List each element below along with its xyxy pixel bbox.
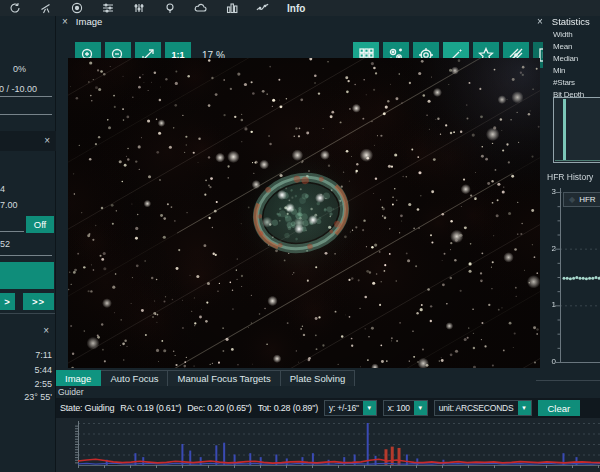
fast-forward-button[interactable]: >> xyxy=(23,293,54,310)
image-panel: × Image 1:1 17 % Image Auto Focus Manual… xyxy=(56,16,543,386)
guider-state-bar: State: Guiding RA: 0.19 (0.61") Dec: 0.2… xyxy=(56,398,600,418)
image-panel-header: × Image xyxy=(62,16,102,27)
close-icon[interactable]: × xyxy=(62,17,68,27)
guider-graph xyxy=(56,418,600,472)
cooler-percent: 0% xyxy=(13,64,26,74)
close-icon[interactable]: × xyxy=(537,17,543,27)
tab-image[interactable]: Image xyxy=(56,370,101,386)
left-sidebar: 0% 00 / -10.00 × 4 7.00 Off 52 > >> × 7:… xyxy=(0,16,56,472)
diamond-marker-icon: ◆ xyxy=(569,195,575,204)
panel-title: Image xyxy=(76,16,102,27)
statistics-panel: × Statistics Width4144 Mean1974 Median19… xyxy=(536,16,600,386)
switch-icon[interactable] xyxy=(256,2,269,15)
guider-tot: Tot: 0.28 (0.89") xyxy=(258,403,318,413)
flat-panel-icon[interactable] xyxy=(163,2,176,15)
close-icon[interactable]: × xyxy=(44,136,50,146)
x-scale-dropdown[interactable]: x: 100▾ xyxy=(383,400,428,416)
step-forward-button[interactable]: > xyxy=(0,293,15,310)
statistics-header: × Statistics xyxy=(537,16,590,27)
value-fragment: 7.00 xyxy=(0,200,18,210)
histogram xyxy=(553,97,600,163)
hfr-legend: ◆ HFR xyxy=(563,192,600,207)
panel-divider xyxy=(536,380,600,381)
input-underline[interactable] xyxy=(0,231,24,232)
tab-plate-solving[interactable]: Plate Solving xyxy=(281,370,355,386)
close-icon[interactable]: × xyxy=(43,326,49,336)
guider-state: State: Guiding xyxy=(60,403,114,413)
histogram-baseline xyxy=(555,160,600,161)
hfr-history-chart xyxy=(536,178,600,378)
histogram-spike xyxy=(563,99,566,161)
sync-icon[interactable] xyxy=(8,2,21,15)
focuser-icon[interactable] xyxy=(132,2,145,15)
guider-section: Guider State: Guiding RA: 0.19 (0.61") D… xyxy=(56,386,600,472)
telescope-icon[interactable] xyxy=(39,2,52,15)
time-value: 7:11 xyxy=(35,350,52,360)
guider-title: Guider xyxy=(58,387,84,397)
time-value: 2:55 xyxy=(34,379,52,389)
value-fragment: 52 xyxy=(0,239,10,249)
filter-wheel-icon[interactable] xyxy=(101,2,114,15)
value-fragment: 4 xyxy=(0,184,5,194)
time-value: 5:44 xyxy=(34,365,52,375)
panel-title: Statistics xyxy=(552,16,590,27)
input-underline[interactable] xyxy=(0,255,52,256)
y-scale-dropdown[interactable]: y: +/-16"▾ xyxy=(324,400,377,416)
guider-ra: RA: 0.19 (0.61") xyxy=(120,403,181,413)
tab-auto-focus[interactable]: Auto Focus xyxy=(101,370,168,386)
chevron-down-icon: ▾ xyxy=(414,401,427,415)
divider xyxy=(0,313,55,314)
primary-action-button[interactable] xyxy=(0,262,54,289)
weather-cloud-icon[interactable] xyxy=(194,2,207,15)
off-toggle-button[interactable]: Off xyxy=(26,216,54,233)
top-toolbar: Info xyxy=(0,0,600,16)
clear-button[interactable]: Clear xyxy=(538,400,581,416)
chart-columns-icon[interactable] xyxy=(225,2,238,15)
info-menu[interactable]: Info xyxy=(287,3,305,14)
tab-manual-focus-targets[interactable]: Manual Focus Targets xyxy=(168,370,280,386)
input-underline[interactable] xyxy=(0,96,52,97)
coordinate-value: 23° 55' xyxy=(24,392,52,402)
chevron-down-icon: ▾ xyxy=(363,401,376,415)
unit-dropdown[interactable]: unit: ARCSECONDS▾ xyxy=(434,400,532,416)
guider-dec: Dec: 0.20 (0.65") xyxy=(187,403,251,413)
section-header: × xyxy=(0,131,56,151)
dome-icon[interactable] xyxy=(70,2,83,15)
nebula-image[interactable] xyxy=(68,58,540,368)
chevron-down-icon: ▾ xyxy=(518,401,531,415)
temperature-limits: 00 / -10.00 xyxy=(0,84,37,94)
input-underline[interactable] xyxy=(0,114,52,115)
bottom-tabs: Image Auto Focus Manual Focus Targets Pl… xyxy=(56,370,355,386)
